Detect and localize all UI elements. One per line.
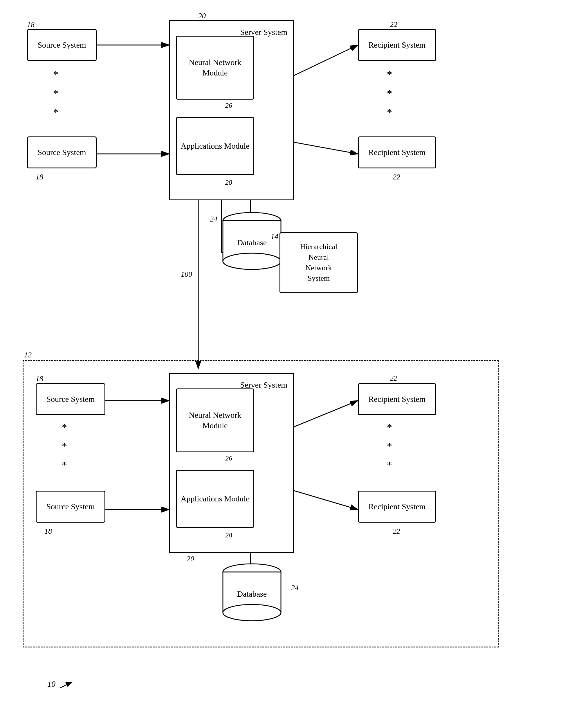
recipient-system-top-label: Recipient System	[369, 40, 426, 50]
database-bottom-svg: Database	[218, 563, 285, 621]
recipient-system-bottom: Recipient System	[358, 383, 436, 415]
applications-module-top: Applications Module	[176, 117, 254, 175]
neural-network-module-bottom: Neural Network Module	[176, 389, 254, 452]
database-top-svg: Database	[218, 212, 285, 270]
recipient-system-bottom-label: Recipient System	[369, 394, 426, 404]
source-system-bottom2-label: Source System	[46, 501, 94, 512]
svg-point-24	[223, 604, 281, 621]
svg-text:Database: Database	[237, 589, 267, 598]
label-24b: 24	[291, 584, 299, 592]
neural-network-module-bottom-label: Neural Network Module	[177, 410, 253, 431]
applications-module-top-label: Applications Module	[181, 141, 249, 151]
applications-module-bottom-label: Applications Module	[181, 494, 249, 504]
label-14: 14	[271, 232, 278, 241]
label-22a: 22	[390, 20, 397, 29]
label-18d: 18	[44, 527, 52, 536]
label-100: 100	[181, 270, 192, 279]
figure-label: 10	[47, 679, 74, 689]
recipient-system-bottom2: Recipient System	[358, 491, 436, 523]
label-20a: 20	[198, 12, 206, 20]
label-12: 12	[24, 351, 31, 359]
label-18a: 18	[27, 20, 35, 29]
stars-bottom-right: * * *	[387, 418, 392, 474]
recipient-system-top: Recipient System	[358, 29, 436, 61]
label-18c: 18	[36, 375, 43, 383]
svg-text:Database: Database	[237, 238, 267, 247]
label-28b: 28	[225, 531, 232, 540]
source-system-bottom: Source System	[36, 383, 105, 415]
source-system-top2-label: Source System	[38, 147, 86, 158]
server-system-bottom: Server System Neural Network Module 26 A…	[169, 373, 294, 553]
stars-bottom-left: * * *	[62, 418, 67, 474]
svg-point-20	[223, 253, 281, 269]
svg-line-7	[294, 142, 358, 154]
label-18b: 18	[36, 173, 43, 182]
label-20b: 20	[187, 555, 194, 563]
recipient-system-top2: Recipient System	[358, 137, 436, 168]
diagram: Source System 18 * * * Source System 18 …	[18, 12, 570, 703]
source-system-top2: Source System	[27, 137, 97, 168]
applications-module-bottom: Applications Module	[176, 470, 254, 528]
label-26b: 26	[225, 454, 232, 463]
server-system-top: Server System Neural Network Module 26 A…	[169, 20, 294, 200]
source-system-bottom-label: Source System	[46, 394, 94, 404]
hierarchical-nn-box: HierarchicalNeuralNetworkSystem	[279, 232, 358, 293]
stars-top-right: * * *	[387, 65, 392, 122]
neural-network-module-top: Neural Network Module	[176, 36, 254, 100]
neural-network-module-top-label: Neural Network Module	[177, 57, 253, 78]
label-22c: 22	[390, 374, 397, 383]
source-system-top-label: Source System	[38, 40, 86, 50]
stars-top-left: * * *	[53, 65, 58, 122]
label-26a: 26	[225, 101, 232, 110]
recipient-system-bottom2-label: Recipient System	[369, 501, 426, 512]
label-22d: 22	[393, 527, 400, 536]
label-22b: 22	[393, 173, 400, 182]
source-system-bottom2: Source System	[36, 491, 105, 523]
source-system-top: Source System	[27, 29, 97, 61]
recipient-system-top2-label: Recipient System	[369, 147, 426, 158]
svg-line-26	[60, 682, 72, 688]
hierarchical-nn-label: HierarchicalNeuralNetworkSystem	[300, 242, 337, 284]
label-28a: 28	[225, 178, 232, 187]
label-24a: 24	[210, 215, 217, 224]
svg-line-6	[294, 45, 358, 76]
